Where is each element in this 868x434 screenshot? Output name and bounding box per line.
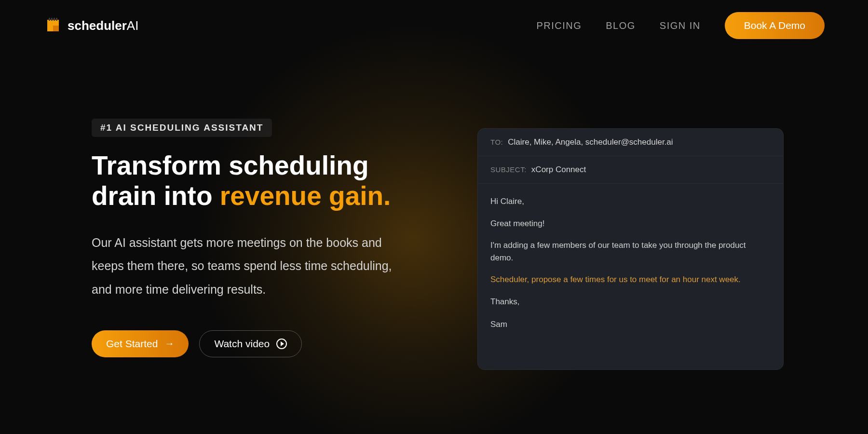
nav-link-pricing[interactable]: PRICING: [536, 20, 582, 31]
svg-rect-2: [54, 18, 55, 21]
email-to-label: TO:: [490, 138, 503, 146]
hero-actions: Get Started → Watch video: [92, 330, 439, 357]
logo-text: schedulerAI: [68, 18, 138, 33]
hero-headline: Transform scheduling drain into revenue …: [92, 150, 439, 212]
email-body: Hi Claire, Great meeting! I'm adding a f…: [478, 184, 783, 369]
email-line: Great meeting!: [490, 217, 771, 230]
hero-subhead: Our AI assistant gets more meetings on t…: [92, 231, 410, 301]
header: schedulerAI PRICING BLOG SIGN IN Book A …: [43, 0, 825, 51]
arrow-right-icon: →: [164, 338, 174, 349]
nav-link-blog[interactable]: BLOG: [606, 20, 636, 31]
email-line: Thanks,: [490, 296, 771, 308]
email-preview-card: TO: Claire, Mike, Angela, scheduler@sche…: [477, 128, 784, 370]
hero-content: #1 AI SCHEDULING ASSISTANT Transform sch…: [92, 119, 439, 357]
get-started-button[interactable]: Get Started →: [92, 330, 189, 357]
email-subject-value: xCorp Connect: [531, 165, 586, 175]
email-to-row: TO: Claire, Mike, Angela, scheduler@sche…: [478, 129, 783, 156]
play-icon: [276, 339, 287, 349]
email-subject-row: SUBJECT: xCorp Connect: [478, 156, 783, 184]
book-demo-button[interactable]: Book A Demo: [725, 12, 825, 39]
email-line: I'm adding a few members of our team to …: [490, 239, 771, 264]
email-line: Hi Claire,: [490, 195, 771, 208]
email-command-line: Scheduler, propose a few times for us to…: [490, 273, 771, 286]
email-line: Sam: [490, 318, 771, 331]
watch-video-button[interactable]: Watch video: [199, 330, 302, 357]
svg-rect-3: [56, 18, 57, 21]
email-subject-label: SUBJECT:: [490, 165, 527, 174]
svg-rect-0: [49, 18, 50, 21]
main: #1 AI SCHEDULING ASSISTANT Transform sch…: [43, 119, 825, 370]
nav: PRICING BLOG SIGN IN Book A Demo: [536, 12, 825, 39]
nav-link-signin[interactable]: SIGN IN: [660, 20, 701, 31]
logo[interactable]: schedulerAI: [43, 16, 138, 35]
email-to-value: Claire, Mike, Angela, scheduler@schedule…: [508, 137, 673, 147]
svg-rect-1: [51, 18, 53, 21]
hero-tag: #1 AI SCHEDULING ASSISTANT: [92, 119, 272, 137]
logo-icon: [43, 16, 63, 35]
